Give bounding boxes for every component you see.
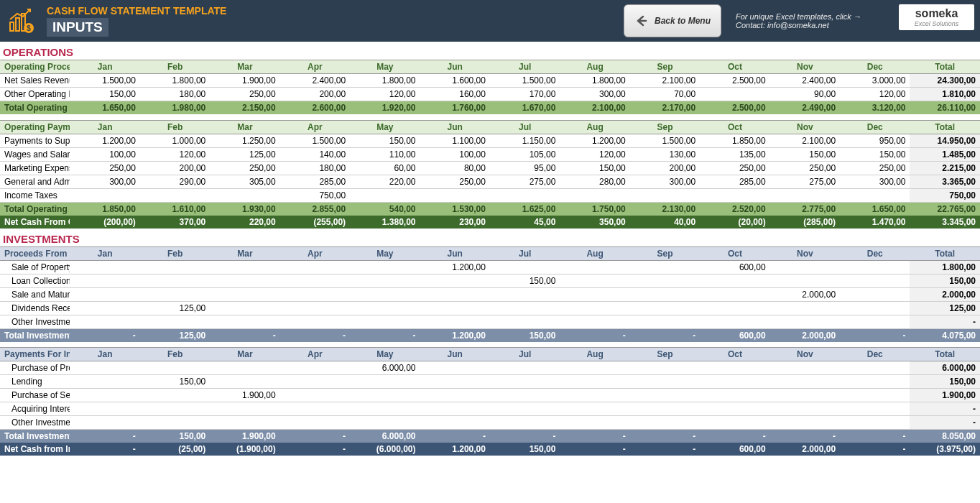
cell[interactable]: 370,00 xyxy=(140,216,210,229)
cell[interactable] xyxy=(210,260,279,274)
cell[interactable]: 250,00 xyxy=(420,175,490,188)
cell[interactable]: 1.750,00 xyxy=(560,202,629,216)
cell[interactable]: 250,00 xyxy=(700,161,769,175)
someka-logo[interactable]: someka Excel Solutions xyxy=(899,4,974,30)
cell[interactable] xyxy=(700,416,769,430)
cell[interactable] xyxy=(70,416,139,430)
cell[interactable] xyxy=(560,260,629,274)
cell[interactable] xyxy=(140,188,210,202)
cell[interactable]: 2.600,00 xyxy=(280,101,350,115)
cell[interactable]: 150,00 xyxy=(140,375,210,389)
cell[interactable] xyxy=(770,301,840,315)
cell[interactable]: 150,00 xyxy=(490,274,560,287)
cell[interactable]: 1.150,00 xyxy=(490,134,560,147)
cell[interactable]: 250,00 xyxy=(210,161,279,175)
cell[interactable] xyxy=(420,375,490,389)
cell[interactable]: 180,00 xyxy=(280,161,350,175)
cell[interactable] xyxy=(770,274,840,287)
cell[interactable] xyxy=(350,188,420,202)
cell[interactable] xyxy=(420,188,490,202)
cell[interactable]: 2.500,00 xyxy=(700,74,769,88)
cell[interactable]: 2.520,00 xyxy=(700,202,769,216)
cell[interactable]: 1.930,00 xyxy=(210,202,279,216)
cell[interactable]: 1.500,00 xyxy=(490,74,560,88)
cell[interactable] xyxy=(140,416,210,430)
cell[interactable] xyxy=(630,361,700,375)
cell[interactable] xyxy=(560,287,629,301)
cell[interactable] xyxy=(630,274,700,287)
cell[interactable] xyxy=(630,389,700,402)
cell[interactable]: 40,00 xyxy=(630,216,700,229)
cell[interactable]: 220,00 xyxy=(210,216,279,229)
cell[interactable]: - xyxy=(350,328,420,342)
cell[interactable] xyxy=(490,315,560,328)
cell[interactable]: 6.000,00 xyxy=(350,361,420,375)
cell[interactable]: 600,00 xyxy=(700,443,769,456)
cell[interactable]: 1.920,00 xyxy=(350,101,420,115)
cell[interactable]: 2.150,00 xyxy=(210,101,279,115)
cell[interactable]: 2.400,00 xyxy=(280,74,350,88)
cell[interactable] xyxy=(630,287,700,301)
cell[interactable] xyxy=(420,274,490,287)
cell[interactable]: 1.500,00 xyxy=(630,134,700,147)
cell[interactable]: 1.200,00 xyxy=(420,260,490,274)
cell[interactable]: 2.100,00 xyxy=(630,74,700,88)
cell[interactable] xyxy=(490,260,560,274)
cell[interactable] xyxy=(840,389,910,402)
cell[interactable] xyxy=(560,361,629,375)
cell[interactable] xyxy=(490,361,560,375)
cell[interactable]: 1.470,00 xyxy=(840,216,910,229)
cell[interactable] xyxy=(560,375,629,389)
cell[interactable]: 1.900,00 xyxy=(210,389,279,402)
cell[interactable]: 90,00 xyxy=(770,88,840,101)
cell[interactable]: 1.800,00 xyxy=(140,74,210,88)
cell[interactable]: - xyxy=(840,328,910,342)
cell[interactable] xyxy=(140,287,210,301)
cell[interactable] xyxy=(350,402,420,416)
cell[interactable]: 1.650,00 xyxy=(840,202,910,216)
cell[interactable] xyxy=(210,188,279,202)
cell[interactable] xyxy=(70,188,139,202)
cell[interactable] xyxy=(700,315,769,328)
cell[interactable] xyxy=(210,416,279,430)
cell[interactable]: (25,00) xyxy=(140,443,210,456)
cell[interactable]: 1.900,00 xyxy=(210,74,279,88)
back-to-menu-button[interactable]: Back to Menu xyxy=(624,4,721,37)
cell[interactable]: - xyxy=(490,430,560,443)
cell[interactable] xyxy=(700,88,769,101)
cell[interactable]: 1.200,00 xyxy=(70,134,139,147)
cell[interactable] xyxy=(280,287,350,301)
cell[interactable] xyxy=(70,301,139,315)
cell[interactable]: 230,00 xyxy=(420,216,490,229)
cell[interactable] xyxy=(700,274,769,287)
cell[interactable] xyxy=(280,315,350,328)
cell[interactable] xyxy=(840,375,910,389)
cell[interactable]: 95,00 xyxy=(490,161,560,175)
cell[interactable]: - xyxy=(210,328,279,342)
cell[interactable] xyxy=(210,375,279,389)
cell[interactable]: 150,00 xyxy=(490,443,560,456)
cell[interactable]: - xyxy=(700,430,769,443)
cell[interactable] xyxy=(700,375,769,389)
cell[interactable] xyxy=(560,274,629,287)
cell[interactable]: 285,00 xyxy=(280,175,350,188)
cell[interactable] xyxy=(350,301,420,315)
cell[interactable] xyxy=(70,402,139,416)
promo-text[interactable]: For unique Excel templates, click → xyxy=(736,12,894,21)
cell[interactable]: - xyxy=(70,328,139,342)
cell[interactable]: 1.800,00 xyxy=(350,74,420,88)
cell[interactable]: 1.850,00 xyxy=(700,134,769,147)
cell[interactable]: 70,00 xyxy=(630,88,700,101)
cell[interactable] xyxy=(350,274,420,287)
cell[interactable] xyxy=(630,375,700,389)
cell[interactable] xyxy=(350,260,420,274)
cell[interactable]: - xyxy=(280,430,350,443)
cell[interactable] xyxy=(560,315,629,328)
cell[interactable]: 300,00 xyxy=(70,175,139,188)
cell[interactable]: 1.850,00 xyxy=(70,202,139,216)
cell[interactable] xyxy=(140,361,210,375)
cell[interactable] xyxy=(70,287,139,301)
cell[interactable]: 2.000,00 xyxy=(770,328,840,342)
cell[interactable] xyxy=(560,188,629,202)
cell[interactable] xyxy=(280,375,350,389)
